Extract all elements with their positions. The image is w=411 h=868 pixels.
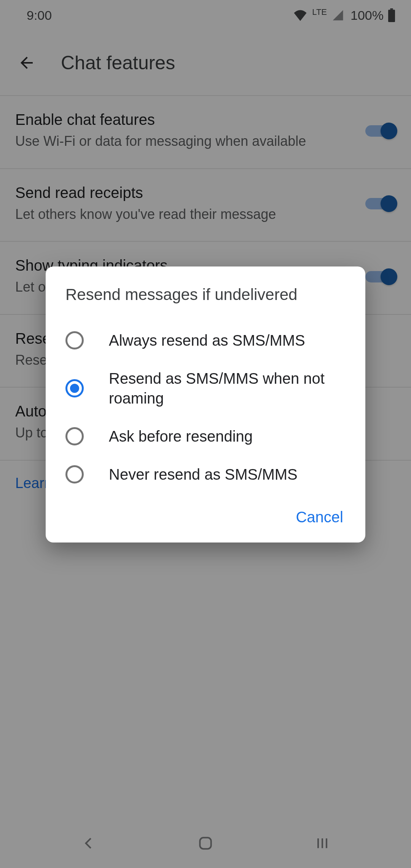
dialog-title: Resend messages if undelivered: [65, 286, 346, 304]
option-label: Always resend as SMS/MMS: [109, 330, 305, 350]
option-label: Ask before resending: [109, 426, 253, 446]
cancel-button[interactable]: Cancel: [293, 505, 346, 530]
option-not-roaming[interactable]: Resend as SMS/MMS when not roaming: [65, 359, 346, 417]
dialog-options: Always resend as SMS/MMS Resend as SMS/M…: [65, 321, 346, 493]
option-always[interactable]: Always resend as SMS/MMS: [65, 321, 346, 359]
option-label: Resend as SMS/MMS when not roaming: [109, 369, 346, 408]
option-label: Never resend as SMS/MMS: [109, 464, 298, 484]
radio-icon: [65, 379, 84, 397]
resend-dialog: Resend messages if undelivered Always re…: [46, 266, 365, 542]
radio-icon: [65, 465, 84, 483]
option-never[interactable]: Never resend as SMS/MMS: [65, 455, 346, 493]
radio-icon: [65, 427, 84, 445]
option-ask[interactable]: Ask before resending: [65, 417, 346, 455]
radio-icon: [65, 331, 84, 349]
